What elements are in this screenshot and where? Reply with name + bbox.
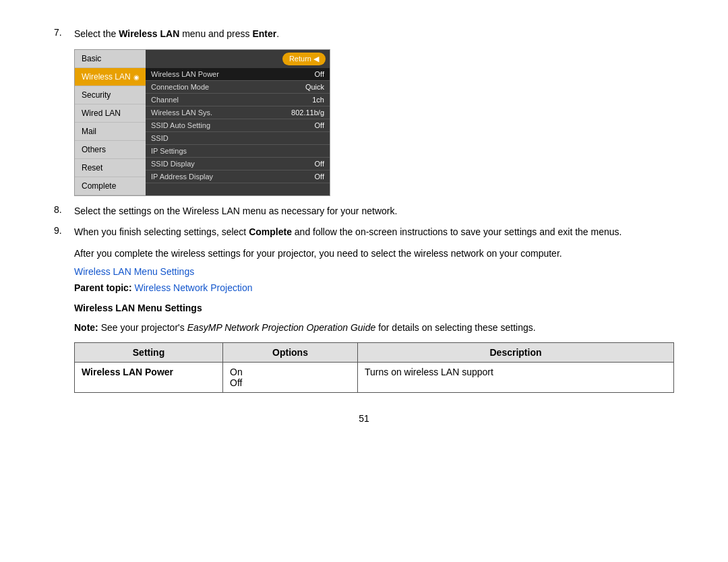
parent-topic: Parent topic: Wireless Network Projectio… <box>74 282 674 293</box>
link-wireless-lan-settings[interactable]: Wireless LAN Menu Settings <box>74 266 194 277</box>
cell-description: Turns on wireless LAN support <box>358 362 674 392</box>
row-label-1: Connection Mode <box>151 83 209 91</box>
row-value-7: Off <box>315 160 324 168</box>
return-button: Return ◀ <box>282 53 326 65</box>
row-label-2: Channel <box>151 96 179 104</box>
bold-wireless-lan: Wireless LAN <box>119 28 179 39</box>
menu-rows: Wireless LAN Power Off Connection Mode Q… <box>146 68 330 183</box>
row-label-3: Wireless LAN Sys. <box>151 108 212 117</box>
menu-item-others: Others <box>75 141 146 159</box>
row-value-8: Off <box>315 173 324 181</box>
option-off: Off <box>230 377 242 388</box>
menu-item-security: Security <box>75 86 146 104</box>
row-value-1: Quick <box>305 83 324 91</box>
menu-row-5: SSID <box>146 132 330 145</box>
step-number-8: 8. <box>54 204 67 215</box>
menu-row-7: SSID Display Off <box>146 158 330 170</box>
menu-item-reset: Reset <box>75 159 146 177</box>
row-value-4: Off <box>315 121 324 129</box>
row-label-5: SSID <box>151 134 169 142</box>
col-header-options: Options <box>223 342 358 362</box>
row-label-7: SSID Display <box>151 160 195 168</box>
note-bold: Note: <box>74 322 98 333</box>
page-number: 51 <box>54 413 674 424</box>
menu-item-basic: Basic <box>75 50 146 68</box>
col-header-description: Description <box>358 342 674 362</box>
menu-row-4: SSID Auto Setting Off <box>146 119 330 132</box>
cell-options: On Off <box>223 362 358 392</box>
step-8-text: Select the settings on the Wireless LAN … <box>74 204 397 218</box>
menu-row-2: Channel 1ch <box>146 94 330 106</box>
row-label-8: IP Address Display <box>151 173 213 181</box>
step-7: 7. Select the Wireless LAN menu and pres… <box>54 27 674 41</box>
cell-setting: Wireless LAN Power <box>75 362 223 392</box>
menu-row-0: Wireless LAN Power Off <box>146 68 330 81</box>
table-header-row: Setting Options Description <box>75 342 674 362</box>
table-row: Wireless LAN Power On Off Turns on wirel… <box>75 362 674 392</box>
settings-table: Setting Options Description Wireless LAN… <box>74 342 674 393</box>
step-9-text: When you finish selecting settings, sele… <box>74 225 621 239</box>
menu-item-mail: Mail <box>75 123 146 141</box>
step-8: 8. Select the settings on the Wireless L… <box>54 204 674 218</box>
link-wireless-network-projection[interactable]: Wireless Network Projection <box>134 282 252 293</box>
parent-topic-label: Parent topic: <box>74 282 132 293</box>
menu-right-panel: Return ◀ Wireless LAN Power Off Connecti… <box>146 50 330 195</box>
body-paragraph-1: After you complete the wireless settings… <box>74 246 674 261</box>
wireless-lan-arrow: ◉ <box>133 73 140 81</box>
menu-item-complete: Complete <box>75 177 146 195</box>
menu-sidebar: Basic Wireless LAN ◉ Security Wired LAN … <box>75 50 146 195</box>
row-label-4: SSID Auto Setting <box>151 121 210 129</box>
row-label-6: IP Settings <box>151 147 187 155</box>
row-label-0: Wireless LAN Power <box>151 70 219 78</box>
row-value-3: 802.11b/g <box>291 108 324 117</box>
menu-item-wireless-lan: Wireless LAN ◉ <box>75 68 146 86</box>
menu-row-3: Wireless LAN Sys. 802.11b/g <box>146 106 330 119</box>
menu-screenshot: Basic Wireless LAN ◉ Security Wired LAN … <box>74 49 330 196</box>
step-number-9: 9. <box>54 225 67 236</box>
step-9: 9. When you finish selecting settings, s… <box>54 225 674 239</box>
menu-row-8: IP Address Display Off <box>146 170 330 183</box>
bold-complete: Complete <box>249 226 292 237</box>
note-italic: EasyMP Network Projection Operation Guid… <box>187 322 376 333</box>
menu-header: Return ◀ <box>146 50 330 68</box>
row-value-2: 1ch <box>312 96 324 104</box>
menu-row-6: IP Settings <box>146 145 330 158</box>
menu-row-1: Connection Mode Quick <box>146 81 330 94</box>
menu-item-wired-lan: Wired LAN <box>75 104 146 123</box>
bold-enter: Enter <box>252 28 276 39</box>
col-header-setting: Setting <box>75 342 223 362</box>
section-heading: Wireless LAN Menu Settings <box>74 303 674 313</box>
step-number-7: 7. <box>54 27 67 38</box>
row-value-0: Off <box>315 70 324 78</box>
note-text: Note: See your projector's EasyMP Networ… <box>74 320 674 335</box>
step-7-text: Select the Wireless LAN menu and press E… <box>74 27 279 41</box>
option-on: On <box>230 367 243 377</box>
